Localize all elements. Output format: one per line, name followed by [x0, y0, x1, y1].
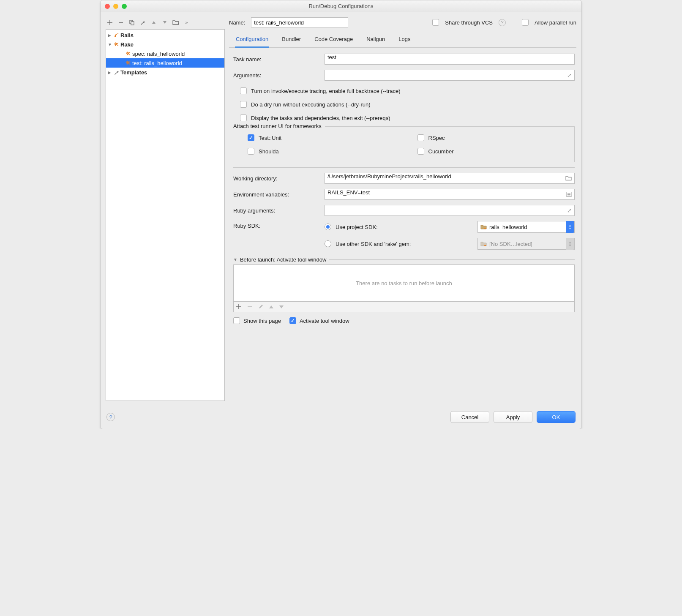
share-vcs-label: Share through VCS: [445, 19, 493, 26]
move-up-icon[interactable]: [150, 19, 157, 26]
arguments-label: Arguments:: [233, 72, 325, 79]
wrench-icon: [113, 69, 120, 75]
rails-icon: [113, 32, 120, 38]
shoulda-checkbox[interactable]: [248, 148, 254, 155]
testunit-checkbox[interactable]: [248, 134, 254, 141]
use-other-sdk-label: Use other SDK and 'rake' gem:: [336, 241, 473, 247]
task-name-input[interactable]: test: [325, 54, 575, 65]
project-sdk-select[interactable]: rails_helloworld ▲▼: [477, 221, 575, 233]
help-icon[interactable]: ?: [499, 19, 506, 26]
tree-item-rake[interactable]: ▼ Rake: [106, 40, 224, 49]
working-dir-input[interactable]: /Users/jetbrains/RubymineProjects/rails_…: [325, 173, 575, 184]
minimize-icon[interactable]: [113, 4, 118, 9]
right-panel: Name: Share through VCS ? Allow parallel…: [229, 17, 576, 401]
activate-window-label: Activate tool window: [300, 318, 349, 324]
edit-icon[interactable]: [258, 304, 263, 309]
testunit-label: Test::Unit: [259, 135, 281, 141]
ruby-sdk-row: Ruby SDK: Use project SDK: rails_hellowo…: [233, 221, 575, 250]
chevron-down-icon[interactable]: ▼: [233, 257, 237, 262]
tab-nailgun[interactable]: Nailgun: [366, 33, 386, 47]
tree-label: spec: rails_helloworld: [132, 51, 185, 57]
shoulda-label: Shoulda: [259, 148, 279, 155]
apply-button[interactable]: Apply: [494, 411, 532, 423]
rake-icon: [125, 60, 132, 66]
folder-icon[interactable]: [565, 176, 572, 181]
expand-icon[interactable]: ⤢: [567, 207, 572, 214]
arguments-input[interactable]: ⤢: [325, 70, 575, 81]
before-launch-header: Before launch: Activate tool window: [240, 256, 327, 263]
cancel-button[interactable]: Cancel: [450, 411, 489, 423]
use-project-sdk-radio[interactable]: [325, 224, 331, 230]
tree-label: Templates: [120, 69, 147, 76]
env-input[interactable]: RAILS_ENV=test: [325, 189, 575, 200]
chevron-right-icon: ▶: [108, 33, 113, 38]
before-launch-list: There are no tasks to run before launch: [233, 264, 575, 302]
add-icon[interactable]: [106, 19, 113, 26]
show-page-checkbox[interactable]: [233, 317, 240, 324]
remove-icon[interactable]: [247, 304, 252, 309]
show-page-label: Show this page: [243, 318, 281, 324]
tree-item-templates[interactable]: ▶ Templates: [106, 68, 224, 77]
tree-label: Rake: [120, 41, 134, 48]
before-launch-section: ▼ Before launch: Activate tool window Th…: [233, 256, 575, 324]
rspec-label: RSpec: [428, 135, 445, 141]
ruby-sdk-label: Ruby SDK:: [233, 221, 325, 229]
add-icon[interactable]: [236, 304, 241, 309]
maximize-icon[interactable]: [122, 4, 127, 9]
name-row: Name: Share through VCS ? Allow parallel…: [229, 17, 576, 33]
expand-icon[interactable]: ⤢: [567, 72, 572, 79]
env-row: Environment variables: RAILS_ENV=test: [233, 189, 575, 200]
rubyargs-row: Ruby arguments: ⤢: [233, 205, 575, 216]
trace-checkbox[interactable]: [240, 87, 247, 94]
tree-item-spec[interactable]: spec: rails_helloworld: [106, 49, 224, 58]
frameworks-legend: Attach test runner UI for frameworks: [233, 123, 325, 129]
share-vcs-checkbox[interactable]: [432, 19, 439, 26]
folder-icon: [480, 241, 487, 247]
trace-checkbox-row: Turn on invoke/execute tracing, enable f…: [233, 86, 575, 96]
folder-icon[interactable]: [172, 19, 179, 26]
move-down-icon[interactable]: [161, 19, 168, 26]
prereqs-checkbox-row: Display the tasks and dependencies, then…: [233, 113, 575, 123]
tab-logs[interactable]: Logs: [398, 33, 411, 47]
other-sdk-select: [No SDK…lected] ▲▼: [477, 238, 575, 250]
env-label: Environment variables:: [233, 191, 325, 198]
button-bar: ? Cancel Apply OK: [101, 406, 581, 429]
tab-bundler[interactable]: Bundler: [281, 33, 302, 47]
close-icon[interactable]: [105, 4, 110, 9]
use-project-sdk-label: Use project SDK:: [336, 224, 473, 230]
divider: [233, 167, 575, 168]
working-dir-row: Working directory: /Users/jetbrains/Ruby…: [233, 173, 575, 184]
dryrun-checkbox[interactable]: [240, 101, 247, 108]
chevron-right-icon: ▶: [108, 70, 113, 75]
help-icon[interactable]: ?: [106, 413, 115, 421]
list-icon[interactable]: [566, 192, 572, 197]
tree-item-test[interactable]: test: rails_helloworld: [106, 58, 224, 68]
allow-parallel-checkbox[interactable]: [522, 19, 529, 26]
activate-window-checkbox[interactable]: [289, 317, 296, 324]
ok-button[interactable]: OK: [537, 411, 576, 423]
move-up-icon[interactable]: [269, 305, 273, 308]
dryrun-checkbox-row: Do a dry run without executing actions (…: [233, 99, 575, 109]
task-name-label: Task name:: [233, 56, 325, 63]
remove-icon[interactable]: [117, 19, 124, 26]
folder-icon: [480, 224, 487, 230]
traffic-lights: [105, 4, 127, 9]
rspec-checkbox[interactable]: [417, 134, 424, 141]
expand-icon[interactable]: »: [183, 19, 190, 26]
name-input[interactable]: [251, 17, 348, 27]
tab-code-coverage[interactable]: Code Coverage: [314, 33, 354, 47]
rubyargs-input[interactable]: ⤢: [325, 205, 575, 216]
arguments-row: Arguments: ⤢: [233, 70, 575, 81]
tab-configuration[interactable]: Configuration: [235, 33, 269, 48]
svg-rect-1: [131, 22, 134, 25]
prereqs-checkbox[interactable]: [240, 114, 247, 121]
copy-icon[interactable]: [128, 19, 135, 26]
tree-label: test: rails_helloworld: [132, 60, 182, 66]
cucumber-checkbox[interactable]: [417, 148, 424, 155]
tree-item-rails[interactable]: ▶ Rails: [106, 30, 224, 40]
wrench-icon[interactable]: [139, 19, 146, 26]
move-down-icon[interactable]: [279, 305, 284, 308]
use-other-sdk-radio[interactable]: [325, 240, 331, 247]
before-launch-toolbar: [233, 302, 575, 312]
cucumber-label: Cucumber: [428, 148, 454, 155]
